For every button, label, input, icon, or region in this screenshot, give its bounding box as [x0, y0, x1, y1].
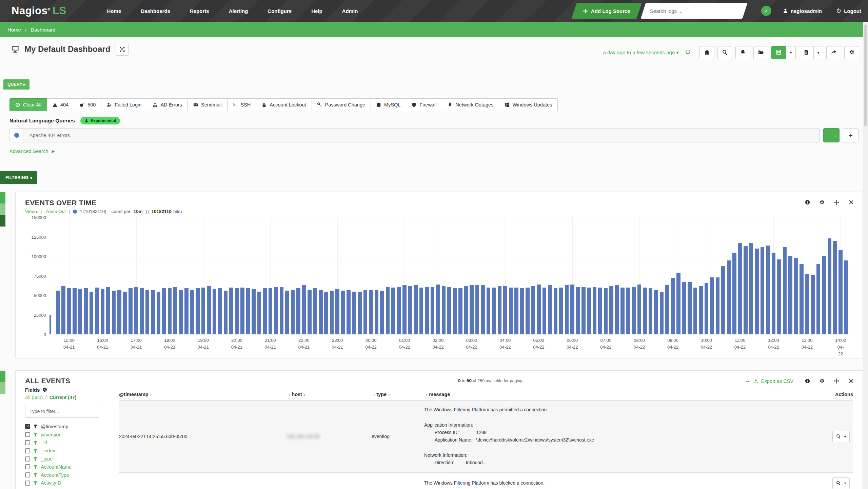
file-button[interactable] [799, 46, 814, 59]
chart-bar[interactable] [822, 256, 826, 334]
chart-bar[interactable] [688, 282, 692, 334]
add-log-source-button[interactable]: Add Log Source [571, 3, 642, 19]
chart-bar[interactable] [436, 285, 440, 334]
log-search-input[interactable] [646, 8, 742, 14]
query-filter-firewall[interactable]: Firewall [406, 98, 442, 111]
chart-bar[interactable] [285, 291, 289, 334]
chart-bar[interactable] [693, 288, 697, 334]
funnel-icon[interactable] [33, 464, 38, 470]
chart-bar[interactable] [727, 260, 731, 335]
chart-bar[interactable] [375, 290, 379, 334]
field-name[interactable]: _id [41, 440, 47, 445]
chart-bar[interactable] [269, 288, 273, 334]
chart-bar[interactable] [213, 289, 217, 334]
chart-bar[interactable] [308, 290, 312, 334]
gear-button[interactable] [844, 46, 859, 59]
chart-bar[interactable] [229, 288, 233, 334]
events-bar-chart[interactable]: 0250005000075000100000125000150000 [50, 217, 849, 334]
chart-bar[interactable] [458, 288, 462, 334]
chart-bar[interactable] [369, 290, 373, 334]
chart-bar[interactable] [324, 292, 328, 334]
bell-button[interactable] [735, 46, 750, 59]
chart-bar[interactable] [380, 291, 384, 334]
chart-bar[interactable] [705, 283, 709, 334]
chart-bar[interactable] [330, 291, 334, 334]
query-filter-ad-errors[interactable]: AD Errors [147, 98, 188, 111]
chart-bar[interactable] [604, 288, 608, 334]
chart-bar[interactable] [123, 292, 127, 335]
chart-bar[interactable] [470, 285, 474, 334]
panel-tab[interactable] [0, 371, 5, 382]
chart-bar[interactable] [140, 288, 144, 334]
chart-bar[interactable] [274, 287, 278, 334]
chart-bar[interactable] [615, 285, 619, 334]
nlq-submit-button[interactable]: → [823, 128, 840, 142]
chart-bar[interactable] [800, 264, 804, 334]
chart-bar[interactable] [839, 250, 843, 334]
field-checkbox[interactable] [25, 424, 30, 429]
chart-bar[interactable] [570, 285, 574, 334]
funnel-icon[interactable] [33, 440, 38, 445]
query-filter-mysql[interactable]: MySQL [371, 98, 406, 111]
chart-bar[interactable] [101, 289, 105, 334]
chart-bar[interactable] [682, 282, 686, 334]
search-button[interactable] [717, 46, 732, 59]
funnel-icon[interactable] [33, 472, 38, 478]
query-filter-account-lockout[interactable]: Account Lockout [256, 98, 312, 111]
move-column-right-icon[interactable]: › [150, 392, 152, 397]
chart-bar[interactable] [649, 288, 653, 334]
next-page-arrow[interactable]: → [744, 377, 751, 384]
chart-bar[interactable] [576, 287, 580, 334]
nav-item-configure[interactable]: Configure [268, 8, 292, 14]
move-column-left-icon[interactable]: ‹ [289, 392, 290, 397]
chart-bar[interactable] [537, 285, 541, 334]
chart-bar[interactable] [749, 243, 753, 334]
chart-bar[interactable] [788, 256, 792, 334]
breadcrumb-home[interactable]: Home [7, 27, 21, 33]
field-name[interactable]: @version [41, 432, 61, 437]
chart-bar[interactable] [296, 288, 300, 334]
panel-tab[interactable] [0, 215, 5, 227]
scrollbar-thumb[interactable] [864, 24, 867, 126]
view-menu[interactable]: View ▸ [25, 209, 38, 214]
field-checkbox[interactable] [25, 440, 30, 445]
chart-bar[interactable] [414, 285, 418, 334]
chart-bar[interactable] [173, 287, 177, 334]
chart-bar[interactable] [263, 288, 267, 334]
collapse-fields-icon[interactable] [42, 387, 47, 393]
chart-bar[interactable] [190, 290, 194, 334]
chart-bar[interactable] [609, 286, 613, 334]
status-check-icon[interactable]: ✓ [761, 6, 771, 16]
chart-bar[interactable] [352, 292, 356, 335]
chart-bar[interactable] [453, 288, 457, 334]
file-dropdown-button[interactable]: ▾ [814, 46, 823, 59]
chart-bar[interactable] [335, 289, 339, 334]
chart-bar[interactable] [313, 288, 317, 334]
chart-bar[interactable] [78, 289, 82, 334]
chart-bar[interactable] [73, 288, 77, 334]
field-checkbox[interactable] [25, 472, 30, 477]
chart-bar[interactable] [581, 287, 586, 334]
row-search-action-button[interactable]: ▾ [832, 477, 850, 489]
move-icon[interactable] [834, 199, 839, 205]
chart-bar[interactable] [151, 290, 155, 334]
folder-button[interactable] [753, 46, 768, 59]
chart-bar[interactable] [95, 288, 99, 334]
query-filter-ssh[interactable]: SSH [228, 98, 257, 111]
move-column-right-icon[interactable]: › [388, 392, 390, 397]
move-column-left-icon[interactable]: ‹ [373, 392, 375, 397]
user-menu[interactable]: nagiosadmin [783, 8, 822, 14]
nagios-logo[interactable]: Nagios®LS [12, 5, 66, 17]
chart-bar[interactable] [844, 260, 848, 335]
gear-icon[interactable] [820, 199, 825, 205]
field-name[interactable]: AccountName [41, 464, 72, 470]
query-filter-failed-login[interactable]: Failed Login [101, 98, 147, 111]
chart-bar[interactable] [162, 288, 166, 334]
chart-bar[interactable] [761, 247, 765, 334]
chart-bar[interactable] [425, 287, 429, 334]
panel-tab[interactable] [0, 382, 5, 394]
chart-bar[interactable] [363, 290, 368, 334]
field-name[interactable]: @timestamp [41, 424, 68, 429]
chart-bar[interactable] [626, 288, 630, 334]
chart-bar[interactable] [240, 288, 244, 334]
